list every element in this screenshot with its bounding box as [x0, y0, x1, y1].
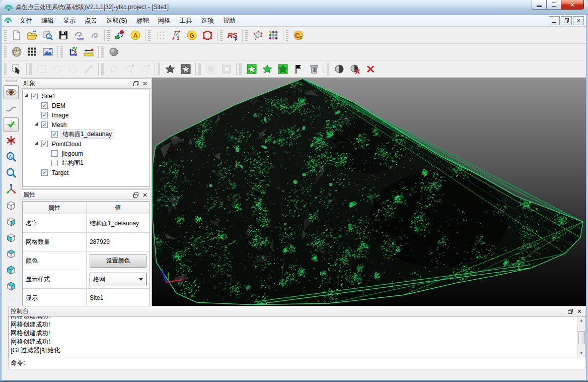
toolbar-grip[interactable] — [148, 30, 151, 41]
curve-tool-icon[interactable] — [4, 101, 19, 115]
toolbar-grip[interactable] — [4, 46, 7, 57]
axes-zyx-icon[interactable]: Zyx — [65, 45, 80, 59]
set-color-button[interactable]: 设置颜色 — [90, 254, 146, 268]
tree-item-结构面1_delaunay[interactable]: ✓结构面1_delaunay — [23, 130, 150, 139]
circle-g-icon[interactable]: G — [184, 28, 199, 42]
expand-arrow-icon[interactable] — [25, 94, 30, 99]
cloud-transform-icon[interactable] — [250, 28, 265, 42]
float-panel-icon[interactable] — [566, 307, 574, 315]
star-green-box-icon[interactable] — [244, 62, 259, 76]
tree-checkbox[interactable]: ✓ — [31, 93, 38, 99]
toolbar-grip[interactable] — [60, 46, 63, 57]
find-file-icon[interactable] — [40, 28, 55, 42]
menu-item-6[interactable]: 标靶 — [132, 16, 154, 26]
flag-tool-icon[interactable] — [291, 62, 306, 76]
label-a-icon[interactable]: A — [128, 28, 142, 42]
tree-checkbox[interactable]: ✓ — [41, 112, 48, 118]
c2-tool-icon[interactable]: C2 — [291, 28, 306, 42]
measure-tool-icon[interactable] — [81, 45, 96, 59]
toolbar-grip[interactable] — [198, 63, 201, 75]
display-style-select[interactable]: 格网 — [90, 273, 146, 286]
tree-item-Image[interactable]: ✓Image — [23, 110, 150, 120]
toolbar-grip[interactable] — [220, 30, 223, 41]
cube-view-5-icon[interactable] — [4, 263, 19, 277]
cube-view-4-icon[interactable] — [4, 246, 19, 261]
menu-item-8[interactable]: 工具 — [175, 16, 197, 26]
zoom-text-icon[interactable]: A — [4, 150, 19, 164]
eye-view-icon[interactable] — [4, 85, 19, 99]
delete-x-icon[interactable] — [363, 62, 378, 76]
mdi-minimize-button[interactable] — [549, 16, 560, 25]
menu-item-7[interactable]: 网格 — [154, 16, 175, 26]
tree-item-Target[interactable]: ✓Target — [23, 168, 150, 177]
toolbar-grip[interactable] — [327, 63, 329, 75]
scroll-down-icon[interactable]: ▼ — [578, 349, 585, 357]
title-bar[interactable]: 鼎创点云处理系统(基础版)V2.1.1[32]-ytkc.project - [… — [0, 0, 588, 15]
tree-checkbox[interactable]: ✓ — [41, 169, 48, 176]
expand-arrow-icon[interactable] — [35, 122, 40, 128]
polyhedron-icon[interactable] — [9, 45, 24, 59]
star-box-dark-icon[interactable] — [178, 62, 193, 76]
toolbar-grip[interactable] — [4, 63, 7, 75]
mdi-close-button[interactable]: ✕ — [573, 16, 584, 25]
menu-item-3[interactable]: 显示 — [58, 16, 80, 26]
tree-checkbox[interactable]: ✓ — [41, 102, 48, 109]
menu-item-9[interactable]: 选项 — [197, 16, 218, 26]
close-button[interactable]: ✕ — [561, 0, 584, 10]
toolbar-grip[interactable] — [239, 63, 242, 75]
registration-tool-icon[interactable] — [112, 28, 127, 42]
tree-checkbox[interactable] — [51, 160, 58, 166]
toolbar-grip[interactable] — [107, 30, 110, 41]
toolbar-grip[interactable] — [158, 63, 160, 75]
hook-tool-icon[interactable] — [87, 28, 102, 42]
sphere-shade-icon[interactable] — [332, 62, 346, 76]
color-grid-icon[interactable] — [266, 28, 280, 42]
close-panel-icon[interactable]: ✕ — [575, 307, 583, 315]
sphere-delete-icon[interactable] — [347, 62, 362, 76]
site-hook-icon[interactable]: Site — [71, 28, 86, 42]
toolbar-grip[interactable] — [29, 63, 32, 75]
tree-item-Site1[interactable]: ✓Site1 — [23, 91, 150, 101]
save-file-icon[interactable] — [56, 28, 70, 42]
cube-view-1-icon[interactable] — [4, 198, 19, 212]
image-view-icon[interactable] — [40, 45, 55, 59]
toolbar-grip[interactable] — [101, 46, 104, 57]
mdi-restore-button[interactable] — [561, 16, 572, 25]
rsp-tool-icon[interactable]: RSp — [225, 28, 240, 42]
mesh-prism-icon[interactable] — [169, 28, 183, 42]
tree-checkbox[interactable] — [51, 150, 58, 157]
tree-checkbox[interactable]: ✓ — [41, 121, 48, 128]
toolbar-grip[interactable] — [4, 30, 7, 41]
snap-red-cross-icon[interactable] — [4, 134, 19, 148]
tree-item-Mesh[interactable]: ✓Mesh — [23, 120, 150, 130]
zoom-tool-icon[interactable] — [4, 166, 19, 180]
cube-view-2-icon[interactable] — [4, 214, 19, 228]
open-file-icon[interactable] — [25, 28, 39, 42]
mdi-document-icon[interactable] — [4, 17, 12, 25]
trash-tool-icon[interactable] — [307, 62, 321, 76]
close-panel-icon[interactable]: ✕ — [141, 80, 149, 87]
star-green-icon[interactable] — [260, 62, 274, 76]
axes-rgb-icon[interactable] — [4, 182, 19, 196]
tree-item-PointCloud[interactable]: ✓PointCloud — [23, 139, 150, 149]
menu-item-10[interactable]: 帮助 — [218, 16, 240, 26]
tree-checkbox[interactable]: ✓ — [51, 131, 58, 138]
float-panel-icon[interactable] — [132, 191, 140, 199]
star-green-box2-icon[interactable] — [275, 62, 290, 76]
minimize-button[interactable] — [532, 0, 547, 10]
new-file-icon[interactable] — [9, 28, 24, 42]
scroll-up-icon[interactable]: ▲ — [578, 316, 585, 324]
close-panel-icon[interactable]: ✕ — [141, 191, 149, 199]
sphere-tool-icon[interactable] — [106, 45, 121, 59]
menu-item-4[interactable]: 点云 — [80, 16, 102, 26]
menu-item-2[interactable]: 编辑 — [37, 16, 58, 26]
circle-o-icon[interactable] — [200, 28, 214, 42]
star-dark-icon[interactable] — [163, 62, 177, 76]
toolbar-grip[interactable] — [101, 63, 104, 75]
menu-item-1[interactable]: 文件 — [15, 16, 37, 26]
tree-item-结构面1[interactable]: 结构面1 — [23, 158, 150, 168]
maximize-button[interactable] — [547, 0, 561, 10]
tree-checkbox[interactable]: ✓ — [41, 141, 48, 147]
command-line[interactable]: 命令: — [8, 357, 586, 369]
scroll-thumb[interactable] — [578, 331, 585, 344]
